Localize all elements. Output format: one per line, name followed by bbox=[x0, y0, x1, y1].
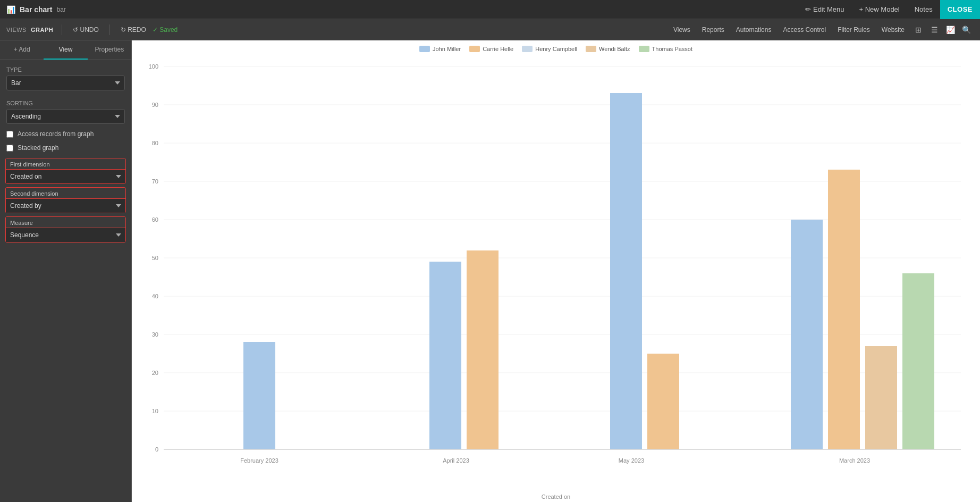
x-axis-label: Created on bbox=[132, 493, 980, 500]
notes-button[interactable]: Notes bbox=[907, 0, 940, 19]
second-dimension-select[interactable]: Created by Created on Sequence bbox=[6, 199, 125, 213]
measure-label: Measure bbox=[6, 217, 125, 228]
new-model-button[interactable]: + New Model bbox=[852, 0, 907, 19]
svg-text:90: 90 bbox=[152, 102, 158, 108]
chart-area: John Miller Carrie Helle Henry Campbell … bbox=[132, 40, 980, 502]
access-records-checkbox[interactable] bbox=[6, 131, 13, 138]
svg-text:70: 70 bbox=[152, 178, 158, 185]
legend-label-4: Thomas Passot bbox=[652, 46, 692, 52]
filter-rules-button[interactable]: Filter Rules bbox=[832, 24, 875, 36]
legend-color-2 bbox=[522, 46, 533, 52]
chart-legend: John Miller Carrie Helle Henry Campbell … bbox=[132, 46, 980, 52]
first-dimension-group: First dimension Created on Created by Se… bbox=[5, 158, 126, 184]
stacked-graph-row: Stacked graph bbox=[0, 141, 131, 155]
stacked-graph-checkbox[interactable] bbox=[6, 145, 13, 152]
close-button[interactable]: CLOSE bbox=[940, 0, 980, 19]
bar-mar-miller[interactable] bbox=[791, 220, 823, 449]
access-records-row: Access records from graph bbox=[0, 127, 131, 141]
barchart-icon: 📊 bbox=[6, 5, 15, 14]
bar-mar-baltz[interactable] bbox=[865, 346, 897, 449]
legend-color-0 bbox=[419, 46, 430, 52]
topbar-left: 📊 Bar chart bar bbox=[0, 5, 72, 14]
legend-label-3: Wendi Baltz bbox=[599, 46, 630, 52]
tab-add[interactable]: + Add bbox=[0, 40, 44, 60]
sorting-section: Sorting Ascending Descending bbox=[0, 94, 131, 127]
stacked-graph-label: Stacked graph bbox=[18, 144, 58, 152]
measure-group: Measure Sequence Count Sum bbox=[5, 216, 126, 242]
bar-apr-helle[interactable] bbox=[467, 250, 499, 449]
svg-text:April 2023: April 2023 bbox=[443, 457, 469, 464]
svg-text:60: 60 bbox=[152, 216, 158, 223]
legend-color-3 bbox=[586, 46, 596, 52]
tab-view[interactable]: View bbox=[44, 40, 87, 60]
legend-item-1: Carrie Helle bbox=[469, 46, 513, 52]
topbar-right: ✏ Edit Menu + New Model Notes CLOSE bbox=[798, 0, 980, 19]
toolbar-divider2 bbox=[109, 24, 110, 35]
toolbar-right: Views Reports Automations Access Control… bbox=[668, 22, 974, 37]
bar-mar-helle[interactable] bbox=[828, 170, 860, 449]
bar-mar-passot[interactable] bbox=[902, 273, 934, 449]
edit-menu-button[interactable]: ✏ Edit Menu bbox=[798, 0, 851, 19]
chart-icon-button[interactable]: 📈 bbox=[943, 22, 958, 37]
type-label: Type bbox=[6, 66, 125, 73]
legend-item-3: Wendi Baltz bbox=[586, 46, 630, 52]
bar-may-helle[interactable] bbox=[647, 354, 679, 449]
legend-label-2: Henry Campbell bbox=[535, 46, 577, 52]
main-layout: + Add View Properties Type Bar Line Pie … bbox=[0, 40, 980, 502]
graph-label: GRAPH bbox=[31, 27, 53, 33]
sorting-label: Sorting bbox=[6, 100, 125, 106]
type-section: Type Bar Line Pie bbox=[0, 60, 131, 94]
type-select[interactable]: Bar Line Pie bbox=[6, 76, 125, 90]
svg-text:10: 10 bbox=[152, 408, 158, 414]
access-records-label: Access records from graph bbox=[18, 130, 94, 138]
bar-chart-svg: 100 90 80 70 60 50 40 30 20 10 0 bbox=[132, 40, 980, 502]
grid-icon-button[interactable]: ⊞ bbox=[911, 22, 926, 37]
svg-text:80: 80 bbox=[152, 140, 158, 146]
legend-label-1: Carrie Helle bbox=[483, 46, 513, 52]
second-dimension-group: Second dimension Created by Created on S… bbox=[5, 187, 126, 213]
tab-properties[interactable]: Properties bbox=[88, 40, 131, 60]
topbar: 📊 Bar chart bar ✏ Edit Menu + New Model … bbox=[0, 0, 980, 19]
svg-text:March 2023: March 2023 bbox=[839, 457, 870, 464]
undo-button[interactable]: ↺ UNDO bbox=[69, 24, 103, 36]
search-icon-button[interactable]: 🔍 bbox=[959, 22, 974, 37]
redo-button[interactable]: ↻ REDO bbox=[116, 24, 150, 36]
legend-item-2: Henry Campbell bbox=[522, 46, 577, 52]
website-button[interactable]: Website bbox=[876, 24, 910, 36]
legend-color-4 bbox=[639, 46, 649, 52]
reports-button[interactable]: Reports bbox=[697, 24, 730, 36]
sidebar-tabs: + Add View Properties bbox=[0, 40, 131, 60]
legend-item-0: John Miller bbox=[419, 46, 461, 52]
sorting-select[interactable]: Ascending Descending bbox=[6, 109, 125, 124]
automations-button[interactable]: Automations bbox=[731, 24, 777, 36]
first-dimension-select[interactable]: Created on Created by Sequence bbox=[6, 170, 125, 183]
app-title: Bar chart bbox=[20, 5, 52, 14]
measure-select[interactable]: Sequence Count Sum bbox=[6, 228, 125, 242]
svg-text:May 2023: May 2023 bbox=[619, 457, 644, 464]
app-subtitle: bar bbox=[56, 6, 65, 13]
sidebar: + Add View Properties Type Bar Line Pie … bbox=[0, 40, 132, 502]
svg-text:20: 20 bbox=[152, 370, 158, 376]
legend-item-4: Thomas Passot bbox=[639, 46, 692, 52]
svg-text:50: 50 bbox=[152, 255, 158, 261]
views-label: VIEWS bbox=[6, 27, 27, 33]
svg-text:February 2023: February 2023 bbox=[240, 457, 278, 464]
toolbar-divider bbox=[62, 24, 62, 35]
access-control-button[interactable]: Access Control bbox=[778, 24, 831, 36]
first-dimension-label: First dimension bbox=[6, 158, 125, 170]
bar-feb-miller[interactable] bbox=[243, 342, 275, 449]
bar-apr-miller[interactable] bbox=[429, 262, 461, 449]
views-button[interactable]: Views bbox=[668, 24, 696, 36]
saved-status: ✓ Saved bbox=[153, 26, 178, 34]
bar-may-miller[interactable] bbox=[610, 93, 642, 449]
second-dimension-label: Second dimension bbox=[6, 188, 125, 199]
list-icon-button[interactable]: ☰ bbox=[927, 22, 942, 37]
svg-text:40: 40 bbox=[152, 293, 158, 299]
legend-label-0: John Miller bbox=[433, 46, 461, 52]
toolbar: VIEWS GRAPH ↺ UNDO ↻ REDO ✓ Saved Views … bbox=[0, 19, 980, 40]
svg-text:30: 30 bbox=[152, 331, 158, 338]
legend-color-1 bbox=[469, 46, 480, 52]
svg-text:100: 100 bbox=[149, 63, 158, 70]
svg-text:0: 0 bbox=[155, 446, 158, 453]
